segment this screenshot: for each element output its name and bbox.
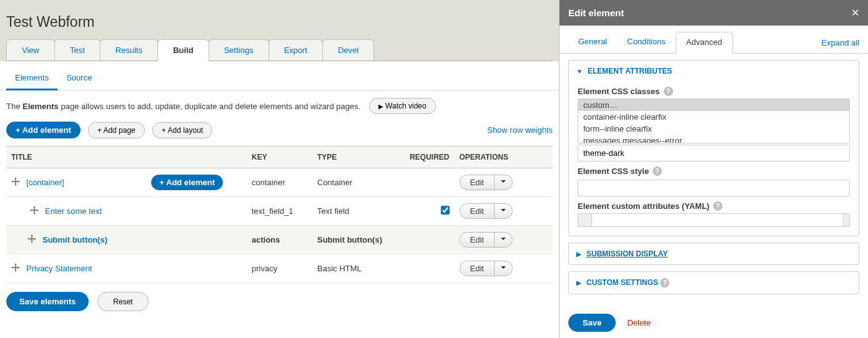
action-row: + Add element + Add page + Add layout Sh… [6,122,553,138]
show-row-weights-link[interactable]: Show row weights [487,125,553,135]
table-row: Submit button(s)actionsSubmit button(s)E… [6,226,553,254]
operations-dropbutton[interactable]: Edit [460,232,513,248]
chevron-down-icon[interactable] [494,233,512,247]
tab-results[interactable]: Results [100,39,158,60]
sidebar-tab-advanced[interactable]: Advanced [676,32,733,54]
listbox-option[interactable]: container-inline clearfix [578,111,849,123]
cell-key: text_field_1 [247,197,312,226]
sidebar-tabs: GeneralConditionsAdvanced [568,32,733,53]
reset-button[interactable]: Reset [97,292,148,311]
element-attributes-heading: Element Attributes [588,67,672,75]
drag-handle-icon[interactable] [11,177,20,188]
edit-button[interactable]: Edit [460,233,494,247]
th-title: TITLE [6,147,247,168]
custom-settings-heading: Custom Settings [586,278,658,287]
cell-key: actions [247,226,312,254]
drag-handle-icon[interactable] [27,234,36,245]
edit-button[interactable]: Edit [460,204,494,218]
cell-type: Basic HTML [312,254,400,283]
drag-handle-icon[interactable] [11,263,20,274]
help-icon[interactable]: ? [660,278,669,287]
table-row: Privacy StatementprivacyBasic HTMLEdit [6,254,553,283]
help-icon[interactable]: ? [653,167,662,176]
cell-type: Submit button(s) [312,226,400,254]
cell-type: Text field [312,197,400,226]
cell-required [400,168,455,197]
save-elements-button[interactable]: Save elements [6,292,89,311]
sidebar-tab-conditions[interactable]: Conditions [617,32,675,53]
submission-display-heading: Submission Display [586,249,668,258]
chevron-down-icon[interactable] [494,261,512,276]
yaml-input[interactable] [591,213,844,227]
yaml-scrollbar[interactable] [844,213,850,227]
element-title-link[interactable]: Privacy Statement [26,264,92,273]
tab-export[interactable]: Export [269,39,323,60]
watch-video-button[interactable]: Watch video [369,98,435,114]
custom-settings-section[interactable]: Custom Settings ? [568,271,859,294]
subtab-elements[interactable]: Elements [6,69,57,90]
operations-dropbutton[interactable]: Edit [460,175,513,190]
css-style-input[interactable] [578,180,850,196]
th-operations: OPERATIONS [455,147,553,168]
element-title-link[interactable]: [container] [26,178,64,187]
operations-dropbutton[interactable]: Edit [460,261,513,276]
close-icon[interactable]: ✕ [851,7,859,19]
cell-key: privacy [247,254,312,283]
chevron-down-icon[interactable] [494,175,512,190]
cell-key: container [247,168,312,197]
help-icon[interactable]: ? [713,201,723,211]
cell-required [400,197,455,226]
css-style-label: Element CSS style [578,167,649,176]
tab-build[interactable]: Build [157,39,209,61]
element-title-link[interactable]: Submit button(s) [42,235,107,244]
primary-tabs: ViewTestResultsBuildSettingsExportDevel [6,39,553,61]
drag-handle-icon[interactable] [30,206,39,216]
save-button[interactable]: Save [568,314,616,332]
css-class-input[interactable] [578,145,850,162]
intro-text: The Elements page allows users to add, u… [6,102,360,111]
cell-type: Container [312,168,400,197]
add-element-button[interactable]: + Add element [6,122,81,138]
element-title-link[interactable]: Enter some text [45,206,102,216]
css-classes-label: Element CSS classes [578,87,660,96]
sidebar-footer: Save Delete [560,307,868,338]
subtab-source[interactable]: Source [57,69,101,90]
chevron-down-icon[interactable] [494,204,512,218]
elements-table: TITLE KEY TYPE REQUIRED OPERATIONS [cont… [6,146,553,283]
th-type: TYPE [312,147,400,168]
cell-required [400,226,455,254]
cell-required [400,254,455,283]
submission-display-section[interactable]: Submission Display [568,243,859,265]
sidebar-header: Edit element ✕ [560,0,868,26]
intro-row: The Elements page allows users to add, u… [6,98,553,114]
listbox-option[interactable]: form--inline clearfix [578,123,849,135]
listbox-option[interactable]: custom… [578,99,849,111]
edit-element-panel: Edit element ✕ GeneralConditionsAdvanced… [559,0,868,338]
edit-button[interactable]: Edit [460,261,494,276]
sidebar-tab-general[interactable]: General [568,32,617,53]
table-row: [container]+ Add elementcontainerContain… [6,168,553,197]
listbox-option[interactable]: messages messages--error [578,135,849,143]
tab-test[interactable]: Test [54,39,101,60]
element-attributes-section[interactable]: Element Attributes Element CSS classes ?… [568,60,859,236]
tab-settings[interactable]: Settings [209,39,269,60]
yaml-gutter [578,213,591,227]
help-icon[interactable]: ? [664,87,673,96]
tab-devel[interactable]: Devel [322,39,374,60]
add-element-inline-button[interactable]: + Add element [151,175,223,190]
page-title: Test Webform [6,14,553,31]
css-classes-listbox[interactable]: custom…container-inline clearfixform--in… [578,99,850,143]
add-layout-button[interactable]: + Add layout [152,122,212,138]
required-checkbox[interactable] [441,206,450,215]
secondary-tabs: ElementsSource [0,61,559,90]
delete-link[interactable]: Delete [627,318,651,327]
expand-all-link[interactable]: Expand all [821,38,859,47]
footer-actions: Save elements Reset [6,292,553,311]
th-required: REQUIRED [400,147,455,168]
edit-button[interactable]: Edit [460,175,494,190]
header-region: Test Webform ViewTestResultsBuildSetting… [0,0,559,61]
add-page-button[interactable]: + Add page [88,122,145,138]
tab-view[interactable]: View [6,39,55,60]
operations-dropbutton[interactable]: Edit [460,203,513,219]
table-row: Enter some texttext_field_1Text fieldEdi… [6,197,553,226]
